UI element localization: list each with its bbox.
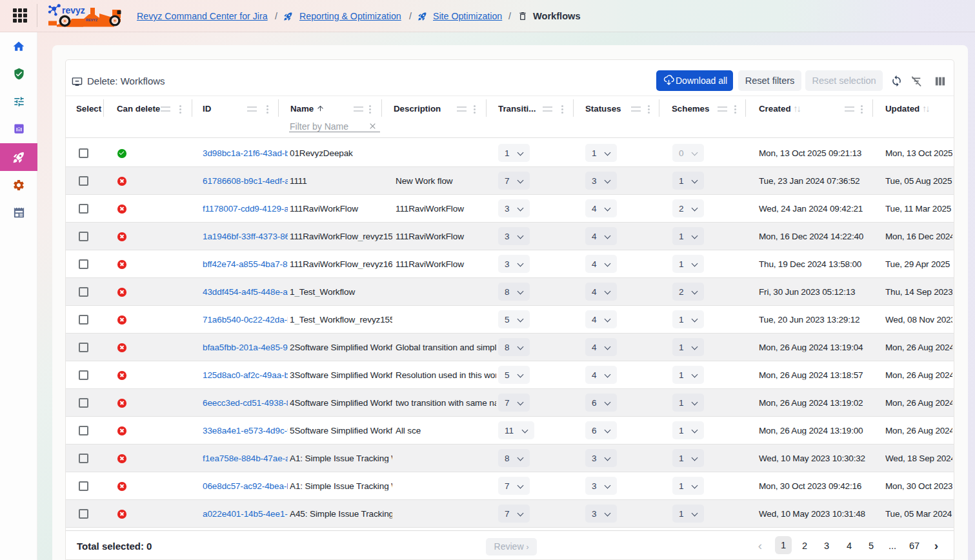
svg-text:REVYZ: REVYZ: [86, 18, 98, 22]
svg-text:revyz: revyz: [62, 5, 85, 15]
